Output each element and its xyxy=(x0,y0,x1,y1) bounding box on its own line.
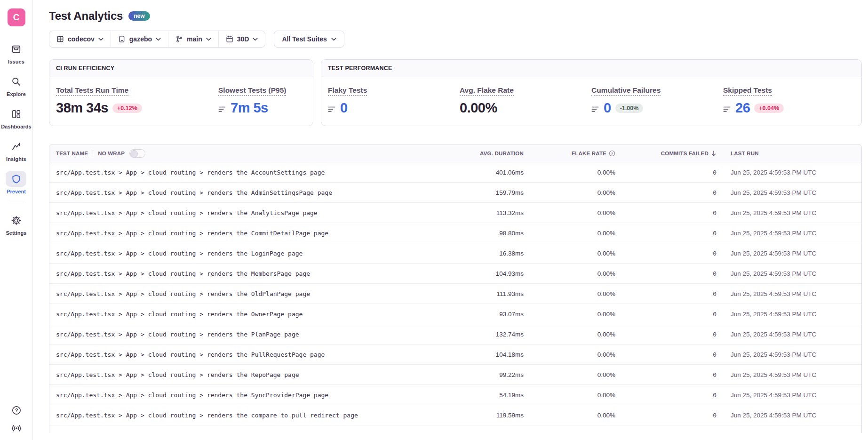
test-name-cell[interactable]: src/App.test.tsx > App > cloud routing >… xyxy=(49,290,447,297)
metric: Slowest Tests (P95) 7m 5s xyxy=(218,86,306,116)
column-header-commits-failed[interactable]: COMMITS FAILED xyxy=(619,150,720,157)
commits-failed-cell: 0 xyxy=(619,331,720,338)
test-name-cell[interactable]: src/App.test.tsx > App > cloud routing >… xyxy=(49,392,447,399)
calendar-icon xyxy=(226,35,233,43)
test-row[interactable]: src/App.test.tsx > App > cloud routing >… xyxy=(49,223,861,243)
filter-lines-icon xyxy=(723,106,731,112)
test-row[interactable]: src/App.test.tsx > App > cloud routing >… xyxy=(49,264,861,284)
date-range-label: 30D xyxy=(237,35,249,43)
sidebar-item-label: Dashboards xyxy=(1,124,32,129)
test-row[interactable]: src/App.test.tsx > App > cloud routing >… xyxy=(49,344,861,365)
metric-value[interactable]: 0 xyxy=(340,100,348,116)
chevron-down-icon xyxy=(253,38,258,41)
flake-rate-cell: 0.00% xyxy=(527,230,619,237)
panel-body: Flaky Tests 0Avg. Flake Rate0.00%Cumulat… xyxy=(321,77,861,126)
metric: Total Tests Run Time38m 34s+0.12% xyxy=(56,86,218,116)
column-header-avg-duration[interactable]: AVG. DURATION xyxy=(447,151,527,156)
test-name-cell[interactable]: src/App.test.tsx > App > cloud routing >… xyxy=(49,230,447,237)
sidebar-item-label: Issues xyxy=(8,59,24,64)
metric-value[interactable]: 7m 5s xyxy=(231,100,268,116)
sidebar-item-dashboards[interactable]: Dashboards xyxy=(1,106,32,129)
sidebar-item-insights[interactable]: Insights xyxy=(6,138,26,162)
metric: Flaky Tests 0 xyxy=(328,86,460,116)
metric-label[interactable]: Cumulative Failures xyxy=(591,86,661,96)
filter-bar: codecov gazebo xyxy=(49,31,862,48)
date-range-select[interactable]: 30D xyxy=(218,31,265,47)
panel-title: CI RUN EFFICIENCY xyxy=(49,60,313,77)
test-name-cell[interactable]: src/App.test.tsx > App > cloud routing >… xyxy=(49,169,447,176)
test-row[interactable]: src/App.test.tsx > App > cloud routing >… xyxy=(49,243,861,264)
metric-delta-badge: -1.00% xyxy=(615,104,644,113)
test-name-cell[interactable]: src/App.test.tsx > App > cloud routing >… xyxy=(49,270,447,277)
commits-failed-cell: 0 xyxy=(619,230,720,237)
metric-delta-badge: +0.12% xyxy=(112,104,142,113)
last-run-cell: Jun 25, 2025 4:59:53 PM UTC xyxy=(720,331,861,338)
test-name-cell[interactable]: src/App.test.tsx > App > cloud routing >… xyxy=(49,189,447,196)
sidebar-item-settings[interactable]: Settings xyxy=(6,212,26,236)
test-row[interactable]: src/App.test.tsx > App > cloud routing >… xyxy=(49,183,861,203)
column-header-test-name: TEST NAME NO WRAP xyxy=(49,149,447,158)
commits-failed-cell: 0 xyxy=(619,371,720,378)
metric-label[interactable]: Slowest Tests (P95) xyxy=(218,86,286,96)
commits-failed-cell: 0 xyxy=(619,311,720,318)
broadcast-icon[interactable] xyxy=(11,423,22,433)
test-name-cell[interactable]: src/App.test.tsx > App > cloud routing >… xyxy=(49,331,447,338)
flake-rate-cell: 0.00% xyxy=(527,392,619,399)
table-header-row: TEST NAME NO WRAP AVG. DURATION FLAKE RA… xyxy=(49,144,861,162)
metric-label[interactable]: Total Tests Run Time xyxy=(56,86,128,96)
metric-value[interactable]: 0 xyxy=(604,100,611,116)
metric-value[interactable]: 26 xyxy=(735,100,750,116)
avg-duration-cell: 159.79ms xyxy=(447,189,527,196)
commits-failed-cell: 0 xyxy=(619,189,720,196)
last-run-cell: Jun 25, 2025 4:59:53 PM UTC xyxy=(720,311,861,318)
flake-rate-cell: 0.00% xyxy=(527,371,619,378)
metric-delta-badge: +0.04% xyxy=(754,104,784,113)
test-name-cell[interactable]: src/App.test.tsx > App > cloud routing >… xyxy=(49,351,447,358)
repo-select[interactable]: gazebo xyxy=(111,31,168,47)
test-name-cell[interactable]: src/App.test.tsx > App > cloud routing >… xyxy=(49,371,447,378)
test-name-cell[interactable]: src/App.test.tsx > App > cloud routing >… xyxy=(49,209,447,216)
test-name-cell[interactable]: src/App.test.tsx > App > cloud routing >… xyxy=(49,412,447,419)
metric: Skipped Tests 26+0.04% xyxy=(723,86,855,116)
avg-duration-cell: 98.80ms xyxy=(447,230,527,237)
last-run-cell: Jun 25, 2025 4:59:53 PM UTC xyxy=(720,189,861,196)
codecov-logo[interactable]: C xyxy=(8,8,25,26)
test-name-header-label: TEST NAME xyxy=(56,151,88,156)
ci-run-efficiency-panel: CI RUN EFFICIENCY Total Tests Run Time38… xyxy=(49,59,313,126)
metric-label[interactable]: Flaky Tests xyxy=(328,86,367,96)
no-wrap-toggle[interactable] xyxy=(129,149,145,158)
last-run-cell: Jun 25, 2025 4:59:53 PM UTC xyxy=(720,169,861,176)
test-name-cell[interactable]: src/App.test.tsx > App > cloud routing >… xyxy=(49,311,447,318)
org-select[interactable]: codecov xyxy=(49,31,111,47)
branch-select[interactable]: main xyxy=(168,31,218,47)
test-row[interactable]: src/App.test.tsx > App > cloud routing >… xyxy=(49,365,861,385)
sidebar-item-issues[interactable]: Issues xyxy=(6,41,26,64)
metric-label[interactable]: Skipped Tests xyxy=(723,86,772,96)
column-header-flake-rate[interactable]: FLAKE RATE ? xyxy=(527,150,619,157)
test-row[interactable]: src/App.test.tsx > App > cloud routing >… xyxy=(49,304,861,324)
flake-rate-cell: 0.00% xyxy=(527,270,619,277)
test-row[interactable]: src/App.test.tsx > App > cloud routing >… xyxy=(49,284,861,304)
metric: Cumulative Failures 0-1.00% xyxy=(591,86,723,116)
chevron-down-icon xyxy=(206,38,211,41)
test-row[interactable]: src/App.test.tsx > App > cloud routing >… xyxy=(49,203,861,223)
help-icon[interactable]: ? xyxy=(11,405,22,416)
test-row[interactable]: src/App.test.tsx > App > cloud routing >… xyxy=(49,405,861,425)
test-name-cell[interactable]: src/App.test.tsx > App > cloud routing >… xyxy=(49,250,447,257)
test-row[interactable]: src/App.test.tsx > App > cloud routing >… xyxy=(49,385,861,405)
metric-label[interactable]: Avg. Flake Rate xyxy=(460,86,514,96)
sidebar-item-explore[interactable]: Explore xyxy=(6,73,26,97)
last-run-cell: Jun 25, 2025 4:59:53 PM UTC xyxy=(720,392,861,399)
metric-value-row: 0.00% xyxy=(460,100,591,116)
column-header-last-run[interactable]: LAST RUN xyxy=(720,151,861,156)
chevron-down-icon xyxy=(156,38,161,41)
test-suites-select[interactable]: All Test Suites xyxy=(274,31,344,48)
test-row[interactable]: src/App.test.tsx > App > cloud routing >… xyxy=(49,324,861,344)
last-run-cell: Jun 25, 2025 4:59:53 PM UTC xyxy=(720,270,861,277)
sidebar-item-prevent[interactable]: Prevent xyxy=(6,171,26,194)
test-row[interactable]: src/App.test.tsx > App > cloud routing >… xyxy=(49,162,861,183)
commits-failed-cell: 0 xyxy=(619,290,720,297)
metric-value-row: 38m 34s+0.12% xyxy=(56,100,218,116)
help-circle-icon: ? xyxy=(609,150,615,157)
sort-desc-arrow-icon xyxy=(711,150,717,157)
